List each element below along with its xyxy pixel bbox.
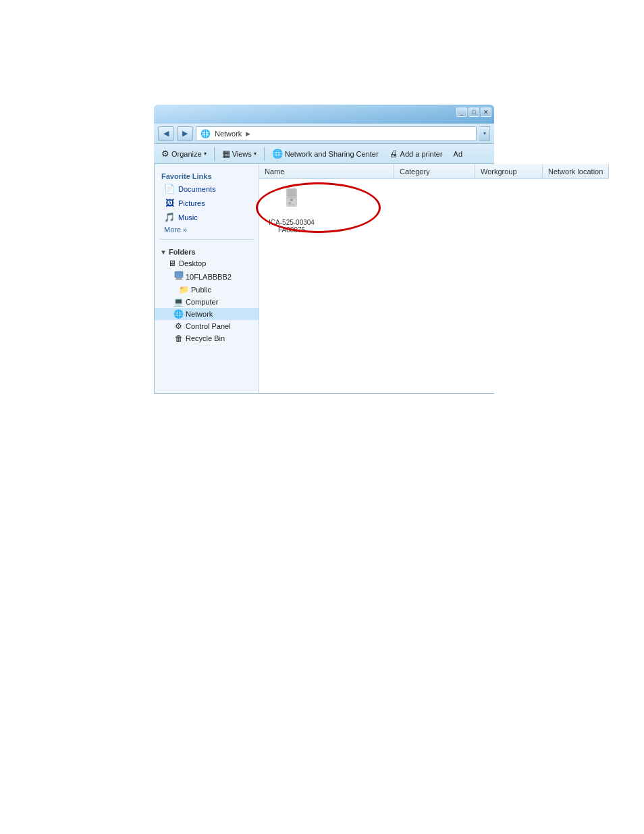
forward-button[interactable]: ▶	[177, 126, 193, 141]
organize-arrow: ▾	[204, 151, 207, 157]
printer-icon: 🖨	[390, 149, 398, 159]
minimize-button[interactable]: _	[456, 107, 467, 117]
music-icon: 🎵	[164, 212, 175, 222]
sidebar-item-music[interactable]: 🎵 Music	[155, 210, 259, 224]
desktop-icon: 🖥	[167, 259, 177, 268]
tree-item-public[interactable]: 📁 Public	[155, 284, 259, 296]
window-controls[interactable]: _ □ ✕	[456, 107, 491, 117]
svg-rect-0	[175, 271, 183, 278]
tree-item-10flabbbb2[interactable]: 10FLABBBB2	[155, 269, 259, 284]
views-arrow: ▾	[254, 151, 257, 157]
col-header-category[interactable]: Category	[394, 164, 475, 178]
organize-button[interactable]: ⚙ Organize ▾	[157, 146, 211, 162]
file-list: ICA-525-00304FA00075	[259, 179, 609, 393]
col-header-workgroup[interactable]: Workgroup	[475, 164, 543, 178]
tree-item-control-panel[interactable]: ⚙ Control Panel	[155, 320, 259, 332]
folder-public-icon: 📁	[179, 285, 189, 294]
svg-rect-2	[176, 279, 182, 280]
address-input[interactable]: 🌐 Network ▶	[196, 126, 477, 141]
col-header-location[interactable]: Network location	[543, 164, 609, 178]
address-text: Network	[215, 130, 242, 138]
computer-icon-10fl	[173, 271, 184, 282]
nav-pane: Favorite Links 📄 Documents 🖼 Pictures 🎵 …	[155, 164, 259, 393]
network-sharing-icon: 🌐	[272, 149, 283, 159]
views-icon: ▦	[222, 149, 230, 159]
svg-rect-8	[288, 205, 294, 205]
sidebar-item-pictures[interactable]: 🖼 Pictures	[155, 196, 259, 210]
back-button[interactable]: ◀	[158, 126, 174, 141]
more-links-button[interactable]: More »	[155, 224, 259, 235]
folders-arrow: ▼	[160, 249, 167, 256]
main-area: Favorite Links 📄 Documents 🖼 Pictures 🎵 …	[154, 164, 494, 394]
separator-2	[264, 147, 265, 161]
computer-icon: 💻	[173, 297, 184, 307]
separator-1	[214, 147, 215, 161]
network-sharing-button[interactable]: 🌐 Network and Sharing Center	[267, 146, 383, 162]
tree-item-computer[interactable]: 💻 Computer	[155, 296, 259, 308]
pictures-icon: 🖼	[164, 198, 175, 208]
folders-section: ▼ Folders 🖥 Desktop	[155, 244, 259, 347]
documents-icon: 📄	[164, 184, 175, 194]
views-button[interactable]: ▦ Views ▾	[217, 146, 261, 162]
svg-point-9	[290, 199, 291, 201]
tree-item-desktop[interactable]: 🖥 Desktop	[155, 257, 259, 269]
svg-rect-7	[288, 203, 291, 203]
network-icon: 🌐	[200, 129, 211, 138]
col-header-name[interactable]: Name	[259, 164, 394, 178]
tree-item-network[interactable]: 🌐 Network	[155, 308, 259, 320]
folders-toggle[interactable]: ▼ Folders	[155, 246, 259, 257]
column-headers: Name Category Workgroup Network location	[259, 164, 609, 179]
network-item-ica525[interactable]: ICA-525-00304FA00075	[265, 184, 319, 238]
svg-rect-5	[288, 197, 295, 198]
network-item-name: ICA-525-00304FA00075	[269, 219, 315, 234]
maximize-button[interactable]: □	[468, 107, 479, 117]
ad-button[interactable]: Ad	[449, 146, 467, 162]
add-printer-button[interactable]: 🖨 Add a printer	[385, 146, 448, 162]
svg-rect-4	[287, 189, 296, 197]
nav-divider	[160, 239, 253, 240]
organize-icon: ⚙	[161, 149, 169, 159]
svg-rect-1	[176, 278, 182, 279]
title-bar: _ □ ✕	[154, 105, 494, 124]
recycle-bin-icon: 🗑	[173, 334, 184, 343]
sidebar-item-documents[interactable]: 📄 Documents	[155, 182, 259, 196]
network-tree-icon: 🌐	[173, 309, 184, 319]
address-arrow: ▶	[246, 130, 250, 137]
close-button[interactable]: ✕	[481, 107, 491, 117]
address-dropdown[interactable]: ▾	[479, 126, 490, 141]
control-panel-icon: ⚙	[173, 321, 184, 331]
network-computer-icon	[281, 188, 302, 216]
content-pane: Name Category Workgroup Network location	[259, 164, 609, 393]
tree-item-recycle-bin[interactable]: 🗑 Recycle Bin	[155, 332, 259, 344]
toolbar: ⚙ Organize ▾ ▦ Views ▾ 🌐 Network and Sha…	[154, 144, 494, 164]
favorite-links-title: Favorite Links	[155, 170, 259, 182]
address-bar: ◀ ▶ 🌐 Network ▶ ▾	[154, 124, 494, 144]
